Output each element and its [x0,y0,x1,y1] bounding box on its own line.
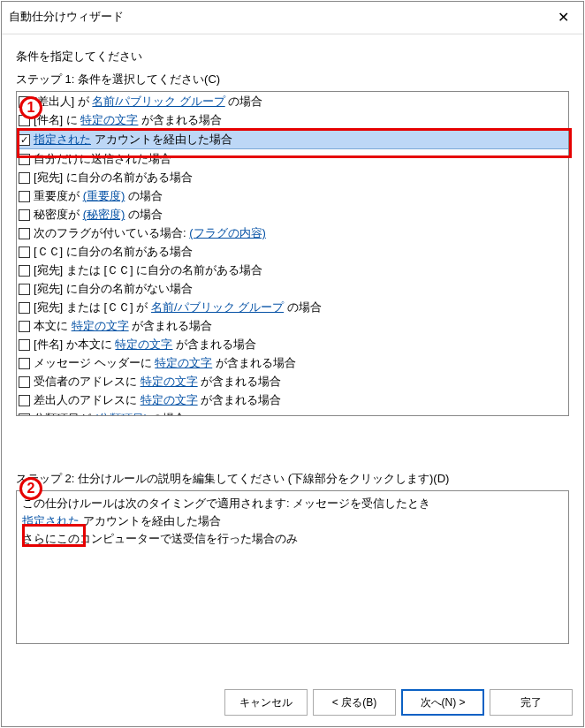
condition-text: 本文に 特定の文字 が含まれる場合 [34,318,212,334]
condition-link[interactable]: (秘密度) [83,208,125,221]
content-area: 条件を指定してください ステップ 1: 条件を選択してください(C) [差出人]… [2,34,583,653]
condition-text: 指定された アカウントを経由した場合 [34,132,232,148]
condition-checkbox[interactable] [19,321,30,332]
window-title: 自動仕分けウィザード [9,5,124,25]
condition-link[interactable]: 特定の文字 [80,113,138,126]
desc-line2-post: アカウントを経由した場合 [80,514,221,527]
condition-checkbox[interactable] [19,358,30,369]
condition-text: [差出人] が 名前/パブリック グループ の場合 [34,94,262,110]
condition-row[interactable]: [宛先] に自分の名前がある場合 [17,168,568,186]
desc-line3: さらにこのコンピューターで送受信を行った場合のみ [22,530,563,548]
condition-checkbox[interactable] [19,191,30,202]
conditions-listbox[interactable]: [差出人] が 名前/パブリック グループ の場合[件名] に 特定の文字 が含… [16,91,569,416]
condition-checkbox[interactable] [19,134,30,146]
condition-row[interactable]: [差出人] が 名前/パブリック グループ の場合 [17,92,568,110]
cancel-button[interactable]: キャンセル [224,689,308,716]
condition-row[interactable]: [宛先] に自分の名前がない場合 [17,279,568,298]
condition-link[interactable]: 名前/パブリック グループ [92,95,224,108]
step1-label: ステップ 1: 条件を選択してください(C) [16,72,573,87]
condition-link[interactable]: 名前/パブリック グループ [151,300,284,314]
condition-text: [宛先] に自分の名前がない場合 [34,281,193,297]
condition-text: [宛先] または [ＣＣ] に自分の名前がある場合 [34,262,262,278]
titlebar: 自動仕分けウィザード ✕ [2,2,583,34]
condition-checkbox[interactable] [19,246,30,258]
condition-checkbox[interactable] [19,154,30,165]
condition-link[interactable]: 指定された [34,133,91,146]
close-icon[interactable]: ✕ [544,5,581,28]
condition-checkbox[interactable] [19,302,30,314]
condition-row[interactable]: 重要度が (重要度) の場合 [17,186,568,205]
condition-row[interactable]: 自分だけに送信された場合 [17,149,568,168]
condition-row[interactable]: [件名] に 特定の文字 が含まれる場合 [17,110,568,129]
next-button[interactable]: 次へ(N) > [401,689,484,716]
condition-text: 受信者のアドレスに 特定の文字 が含まれる場合 [34,374,281,390]
condition-text: メッセージ ヘッダーに 特定の文字 が含まれる場合 [34,355,296,371]
condition-link[interactable]: 特定の文字 [141,393,198,406]
condition-checkbox[interactable] [19,265,30,277]
desc-line1: この仕分けルールは次のタイミングで適用されます: メッセージを受信したとき [22,495,563,512]
condition-text: 重要度が (重要度) の場合 [34,188,163,204]
condition-text: [件名] か本文に 特定の文字 が含まれる場合 [34,337,256,353]
condition-checkbox[interactable] [19,413,30,417]
condition-link[interactable]: 特定の文字 [141,375,198,388]
condition-checkbox[interactable] [19,376,30,388]
condition-checkbox[interactable] [19,339,30,351]
wizard-window: 自動仕分けウィザード ✕ 条件を指定してください ステップ 1: 条件を選択して… [1,1,584,727]
condition-row[interactable]: 差出人のアドレスに 特定の文字 が含まれる場合 [17,391,568,409]
condition-checkbox[interactable] [19,284,30,295]
finish-button[interactable]: 完了 [490,689,573,716]
condition-link[interactable]: (分類項目) [95,412,148,416]
back-button[interactable]: < 戻る(B) [313,689,396,716]
condition-link[interactable]: (重要度) [83,189,125,202]
condition-row[interactable]: 指定された アカウントを経由した場合 [17,129,568,149]
condition-row[interactable]: [宛先] または [ＣＣ] に自分の名前がある場合 [17,261,568,279]
condition-link[interactable]: 特定の文字 [115,337,172,351]
condition-checkbox[interactable] [19,172,30,184]
instruction-text: 条件を指定してください [16,49,573,64]
condition-text: 分類項目が (分類項目) の場合 [34,411,186,416]
condition-text: 秘密度が (秘密度) の場合 [34,207,163,223]
condition-link[interactable]: 特定の文字 [72,319,129,332]
condition-text: 自分だけに送信された場合 [34,151,171,167]
condition-row[interactable]: 秘密度が (秘密度) の場合 [17,205,568,224]
condition-checkbox[interactable] [19,228,30,239]
condition-text: [宛先] に自分の名前がある場合 [34,170,193,186]
step2-label: ステップ 2: 仕分けルールの説明を編集してください (下線部分をクリックします… [16,471,573,487]
condition-row[interactable]: 本文に 特定の文字 が含まれる場合 [17,316,568,335]
condition-text: [宛先] または [ＣＣ] が 名前/パブリック グループ の場合 [34,300,322,315]
condition-row[interactable]: 次のフラグが付いている場合: (フラグの内容) [17,224,568,242]
button-row: キャンセル < 戻る(B) 次へ(N) > 完了 [224,689,573,716]
condition-checkbox[interactable] [19,209,30,221]
annotation-2: 2 [19,477,42,500]
condition-row[interactable]: メッセージ ヘッダーに 特定の文字 が含まれる場合 [17,353,568,372]
condition-row[interactable]: 受信者のアドレスに 特定の文字 が含まれる場合 [17,372,568,391]
desc-link-specified[interactable]: 指定された [22,514,80,527]
condition-text: 次のフラグが付いている場合: (フラグの内容) [34,225,266,241]
condition-text: [件名] に 特定の文字 が含まれる場合 [34,112,222,128]
condition-row[interactable]: [宛先] または [ＣＣ] が 名前/パブリック グループ の場合 [17,298,568,316]
condition-text: 差出人のアドレスに 特定の文字 が含まれる場合 [34,392,281,408]
description-box: この仕分けルールは次のタイミングで適用されます: メッセージを受信したとき 指定… [16,490,569,644]
condition-text: [ＣＣ] に自分の名前がある場合 [34,244,193,260]
condition-checkbox[interactable] [19,395,30,406]
condition-row[interactable]: [件名] か本文に 特定の文字 が含まれる場合 [17,335,568,353]
condition-link[interactable]: 特定の文字 [155,356,212,369]
condition-row[interactable]: 分類項目が (分類項目) の場合 [17,409,568,416]
desc-line2: 指定された アカウントを経由した場合 [22,512,563,530]
annotation-1: 1 [19,96,42,119]
condition-row[interactable]: [ＣＣ] に自分の名前がある場合 [17,242,568,261]
condition-link[interactable]: (フラグの内容) [189,226,266,239]
